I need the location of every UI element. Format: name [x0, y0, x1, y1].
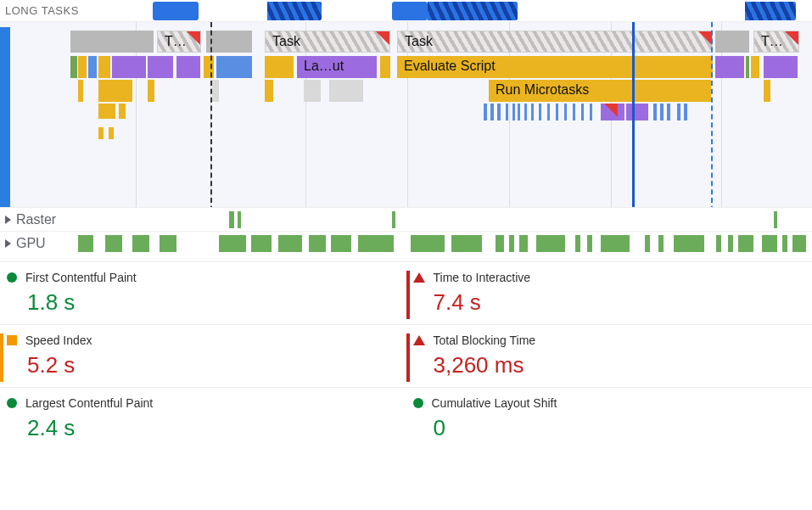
gpu-block[interactable] — [411, 235, 445, 252]
task-block[interactable] — [715, 31, 749, 53]
flame-segment[interactable] — [329, 80, 363, 102]
metric-fcp[interactable]: First Contentful Paint 1.8 s — [0, 261, 406, 324]
gpu-block[interactable] — [536, 235, 565, 252]
flame-segment[interactable] — [148, 56, 173, 78]
raster-block[interactable] — [238, 211, 241, 228]
long-tasks-track[interactable] — [148, 2, 812, 20]
flame-segment[interactable] — [539, 104, 541, 120]
flame-layout[interactable]: La…ut — [297, 56, 377, 78]
flame-segment[interactable] — [751, 56, 759, 78]
flame-evaluate-script[interactable]: Evaluate Script — [397, 56, 713, 78]
gpu-block[interactable] — [105, 235, 122, 252]
flame-segment[interactable] — [564, 104, 567, 120]
flame-segment[interactable] — [216, 56, 252, 78]
flame-segment[interactable] — [204, 56, 214, 78]
flame-segment[interactable] — [667, 104, 670, 120]
flame-segment[interactable] — [265, 56, 294, 78]
metric-tti[interactable]: Time to Interactive 7.4 s — [406, 261, 813, 324]
long-task-block[interactable] — [397, 2, 414, 20]
task-block[interactable]: Task — [265, 31, 390, 53]
gpu-block[interactable] — [575, 235, 580, 252]
expand-icon[interactable] — [5, 216, 11, 224]
flame-segment[interactable] — [524, 104, 527, 120]
task-block[interactable]: Task — [397, 31, 713, 53]
task-block[interactable]: T… — [753, 31, 799, 53]
gpu-block[interactable] — [509, 235, 514, 252]
flame-segment[interactable] — [547, 104, 550, 120]
flame-segment[interactable] — [70, 56, 77, 78]
flame-segment[interactable] — [746, 56, 749, 78]
flame-segment[interactable] — [112, 56, 146, 78]
flame-segment[interactable] — [212, 80, 219, 102]
gpu-block[interactable] — [219, 235, 246, 252]
gpu-block[interactable] — [132, 235, 149, 252]
flame-segment[interactable] — [684, 104, 687, 120]
gpu-block[interactable] — [160, 235, 176, 252]
gpu-block[interactable] — [331, 235, 351, 252]
gpu-block[interactable] — [658, 235, 664, 252]
flame-segment[interactable] — [484, 104, 487, 120]
flame-segment[interactable] — [109, 127, 114, 139]
gpu-block[interactable] — [519, 235, 528, 252]
long-task-block[interactable] — [267, 2, 322, 20]
gpu-block[interactable] — [358, 235, 394, 252]
flame-segment[interactable] — [78, 56, 87, 78]
flame-segment[interactable] — [573, 104, 575, 120]
flame-segment[interactable] — [78, 80, 83, 102]
flame-segment[interactable] — [98, 104, 115, 119]
raster-block[interactable] — [229, 211, 234, 228]
task-block[interactable]: T… — [157, 31, 201, 53]
flame-segment[interactable] — [88, 56, 97, 78]
metric-si[interactable]: Speed Index 5.2 s — [0, 324, 406, 387]
gpu-block[interactable] — [728, 235, 733, 252]
gpu-block[interactable] — [496, 235, 504, 252]
flame-segment[interactable] — [518, 104, 520, 120]
task-block[interactable] — [206, 31, 252, 53]
flame-segment[interactable] — [715, 56, 744, 78]
flame-segment[interactable] — [490, 104, 494, 120]
gpu-block[interactable] — [782, 235, 787, 252]
gpu-block[interactable] — [451, 235, 482, 252]
gpu-block[interactable] — [645, 235, 650, 252]
metric-tbt[interactable]: Total Blocking Time 3,260 ms — [406, 324, 813, 387]
gpu-block[interactable] — [674, 235, 704, 252]
gpu-block[interactable] — [587, 235, 592, 252]
flame-segment[interactable] — [497, 104, 501, 120]
gpu-block[interactable] — [251, 235, 272, 252]
flame-segment[interactable] — [119, 104, 126, 119]
flame-segment[interactable] — [556, 104, 558, 120]
gpu-block[interactable] — [78, 235, 93, 252]
raster-block[interactable] — [774, 211, 777, 228]
gpu-block[interactable] — [738, 235, 753, 252]
flame-segment[interactable] — [506, 104, 508, 120]
flame-segment[interactable] — [265, 80, 273, 102]
long-task-block[interactable] — [745, 2, 796, 20]
gpu-block[interactable] — [762, 235, 777, 252]
flame-segment[interactable] — [512, 104, 515, 120]
raster-block[interactable] — [392, 211, 395, 228]
flame-segment[interactable] — [98, 80, 132, 102]
metric-cls[interactable]: Cumulative Layout Shift 0 — [406, 387, 813, 450]
flame-segment[interactable] — [531, 104, 534, 120]
long-task-block[interactable] — [428, 2, 518, 20]
gpu-block[interactable] — [716, 235, 721, 252]
long-task-block[interactable] — [153, 2, 199, 20]
gpu-block[interactable] — [309, 235, 326, 252]
expand-icon[interactable] — [5, 239, 11, 248]
flame-chart[interactable]: T… Task Task T… La…ut Evaluate Script — [0, 22, 812, 207]
flame-segment[interactable] — [176, 56, 200, 78]
flame-segment[interactable] — [764, 80, 770, 102]
flame-segment[interactable] — [98, 56, 110, 78]
flame-segment[interactable] — [98, 127, 104, 139]
gpu-row[interactable]: GPU — [0, 231, 812, 255]
task-block[interactable] — [70, 31, 154, 53]
flame-segment[interactable] — [581, 104, 584, 120]
gpu-block[interactable] — [792, 235, 806, 252]
playhead[interactable] — [632, 22, 635, 207]
flame-segment[interactable] — [653, 104, 657, 120]
raster-row[interactable]: Raster — [0, 207, 812, 231]
flame-segment[interactable] — [148, 80, 154, 102]
flame-segment[interactable] — [626, 104, 648, 120]
gpu-block[interactable] — [278, 235, 302, 252]
flame-segment[interactable] — [677, 104, 680, 120]
